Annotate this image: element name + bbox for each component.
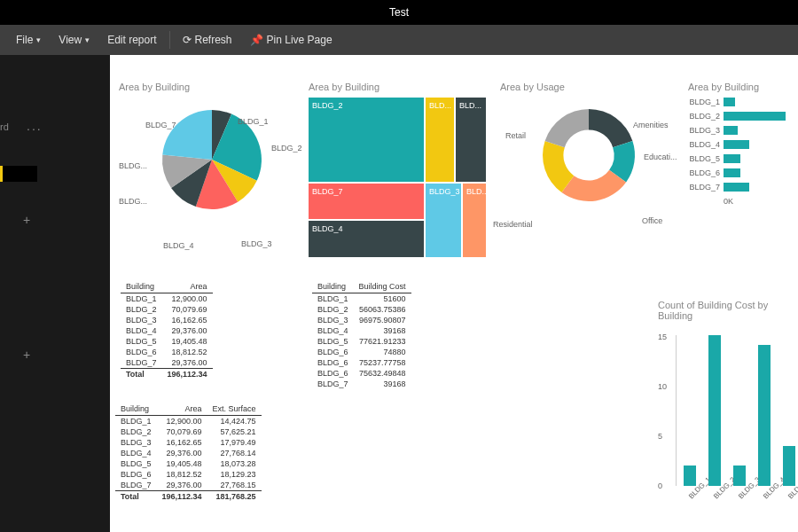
- pie-label: BLDG_2: [271, 144, 302, 153]
- plus-icon[interactable]: +: [23, 213, 30, 227]
- refresh-label: Refresh: [195, 34, 232, 46]
- table-visual-cost[interactable]: BuildingBuilding CostBLDG_151600BLDG_256…: [312, 280, 411, 389]
- more-icon[interactable]: ...: [27, 119, 43, 133]
- cell: 70,079.69: [157, 426, 207, 437]
- cell: 18,073.28: [207, 458, 262, 469]
- table-row[interactable]: BLDG_429,376.00: [121, 325, 213, 336]
- table-row[interactable]: BLDG_675632.49848: [312, 368, 411, 379]
- viz-title: Area by Building: [119, 82, 305, 92]
- y-tick: 0: [658, 481, 662, 490]
- cell: BLDG_1: [312, 293, 354, 305]
- table-row[interactable]: BLDG_429,376.0027,768.14: [115, 448, 262, 458]
- table-row[interactable]: BLDG_316,162.6517,979.49: [115, 437, 262, 448]
- pie-label: BLDG_1: [238, 117, 269, 126]
- table-row[interactable]: BLDG_674880: [312, 347, 411, 357]
- table-row[interactable]: BLDG_316,162.65: [121, 315, 213, 325]
- table-row[interactable]: BLDG_396975.90807: [312, 315, 411, 325]
- cell: BLDG_4: [115, 448, 157, 458]
- table-row[interactable]: BLDG_729,376.0027,768.15: [115, 480, 262, 491]
- table-row[interactable]: BLDG_739168: [312, 379, 411, 389]
- table-row[interactable]: BLDG_270,079.6957,625.21: [115, 426, 262, 437]
- y-tick: 5: [658, 432, 662, 441]
- tree-cell[interactable]: BLD...: [463, 184, 486, 257]
- cell: 29,376.00: [157, 480, 207, 491]
- total-row: Total196,112.34: [121, 369, 213, 380]
- view-menu[interactable]: View ▾: [50, 25, 98, 55]
- cell: 19,405.48: [157, 458, 207, 469]
- tree-cell[interactable]: BLD...: [426, 98, 454, 182]
- sidebar-selected-item[interactable]: [0, 166, 37, 182]
- cell: BLDG_1: [115, 416, 157, 427]
- refresh-icon: ⟳: [183, 34, 192, 46]
- cell: BLDG_4: [312, 325, 354, 336]
- bar-label: BLDG_4: [688, 140, 724, 149]
- tree-cell[interactable]: BLDG_4: [309, 221, 424, 257]
- cell: BLDG_3: [121, 315, 162, 325]
- cell: 74880: [354, 347, 411, 357]
- edit-report-button[interactable]: Edit report: [98, 25, 165, 55]
- col-header: Building: [312, 280, 354, 293]
- col-header: Building Cost: [354, 280, 411, 293]
- cell: 27,768.14: [207, 448, 262, 458]
- file-menu[interactable]: File ▾: [7, 25, 50, 55]
- table-row[interactable]: BLDG_256063.75386: [312, 304, 411, 315]
- cell: BLDG_2: [121, 304, 162, 315]
- axis-tick: 0K: [724, 197, 786, 206]
- cell: BLDG_7: [115, 480, 157, 491]
- table-row[interactable]: BLDG_618,812.52: [121, 347, 213, 357]
- bar-row: BLDG_7: [688, 183, 786, 192]
- cell: 39168: [354, 379, 411, 389]
- table-visual-area[interactable]: BuildingAreaBLDG_112,900.00BLDG_270,079.…: [121, 280, 213, 379]
- bar-chart-visual[interactable]: Area by Building BLDG_1BLDG_2BLDG_3BLDG_…: [688, 82, 786, 206]
- cell: 18,812.52: [157, 469, 207, 480]
- cell: 29,376.00: [162, 357, 213, 369]
- toolbar: File ▾ View ▾ Edit report ⟳ Refresh 📌 Pi…: [0, 25, 798, 55]
- bar-fill: [724, 140, 749, 149]
- tree-cell[interactable]: BLDG_2: [309, 98, 424, 182]
- table-row[interactable]: BLDG_519,405.4818,073.28: [115, 458, 262, 469]
- treemap: BLDG_2 BLD... BLD... BLDG_7 BLDG_4 BLDG_…: [309, 98, 486, 257]
- cell: 29,376.00: [157, 448, 207, 458]
- pin-button[interactable]: 📌 Pin Live Page: [241, 25, 341, 55]
- cell: 12,900.00: [157, 416, 207, 427]
- table-row[interactable]: BLDG_439168: [312, 325, 411, 336]
- donut-chart-visual[interactable]: Area by Usage Amenities Educati... Offic…: [500, 82, 677, 213]
- table-row[interactable]: BLDG_577621.91233: [312, 336, 411, 347]
- table-row[interactable]: BLDG_151600: [312, 293, 411, 305]
- cell: BLDG_5: [115, 458, 157, 469]
- table-row[interactable]: BLDG_270,079.69: [121, 304, 213, 315]
- cell: 196,112.34: [157, 491, 207, 503]
- cell: BLDG_1: [121, 293, 162, 305]
- bar-row: BLDG_6: [688, 168, 786, 177]
- cell: BLDG_6: [115, 469, 157, 480]
- table-row[interactable]: BLDG_519,405.48: [121, 336, 213, 347]
- col-header: Area: [157, 403, 207, 416]
- pie-label: BLDG...: [119, 197, 147, 206]
- col-header: Building: [121, 280, 162, 293]
- chevron-down-icon: ▾: [36, 35, 41, 44]
- treemap-visual[interactable]: Area by Building BLDG_2 BLD... BLD... BL…: [309, 82, 486, 257]
- cell: BLDG_7: [312, 379, 354, 389]
- column-bar: [758, 345, 771, 486]
- tree-cell[interactable]: BLD...: [456, 98, 486, 182]
- tree-cell[interactable]: BLDG_3: [426, 184, 461, 257]
- file-label: File: [16, 34, 33, 46]
- table-row[interactable]: BLDG_112,900.00: [121, 293, 213, 305]
- column-chart-visual[interactable]: Count of Building Cost by Building 15 10…: [658, 300, 798, 504]
- table-row[interactable]: BLDG_112,900.0014,424.75: [115, 416, 262, 427]
- column-bar: [708, 335, 721, 486]
- refresh-button[interactable]: ⟳ Refresh: [174, 25, 241, 55]
- plus-icon[interactable]: +: [23, 348, 30, 362]
- cell: 16,162.65: [162, 315, 213, 325]
- chevron-down-icon: ▾: [85, 35, 90, 44]
- bar-row: BLDG_2: [688, 112, 786, 121]
- sidebar-text-fragment: rd: [0, 121, 9, 134]
- table-row[interactable]: BLDG_675237.77758: [312, 357, 411, 368]
- tree-cell[interactable]: BLDG_7: [309, 184, 424, 219]
- pie-chart-visual[interactable]: Area by Building BLDG_1 BLDG_2 BLDG_3 BL…: [119, 82, 305, 222]
- table-row[interactable]: BLDG_729,376.00: [121, 357, 213, 369]
- cell: BLDG_6: [312, 368, 354, 379]
- table-row[interactable]: BLDG_618,812.5218,129.23: [115, 469, 262, 480]
- table-visual-surface[interactable]: BuildingAreaExt. SurfaceBLDG_112,900.001…: [115, 403, 262, 502]
- report-title: Test: [389, 6, 409, 19]
